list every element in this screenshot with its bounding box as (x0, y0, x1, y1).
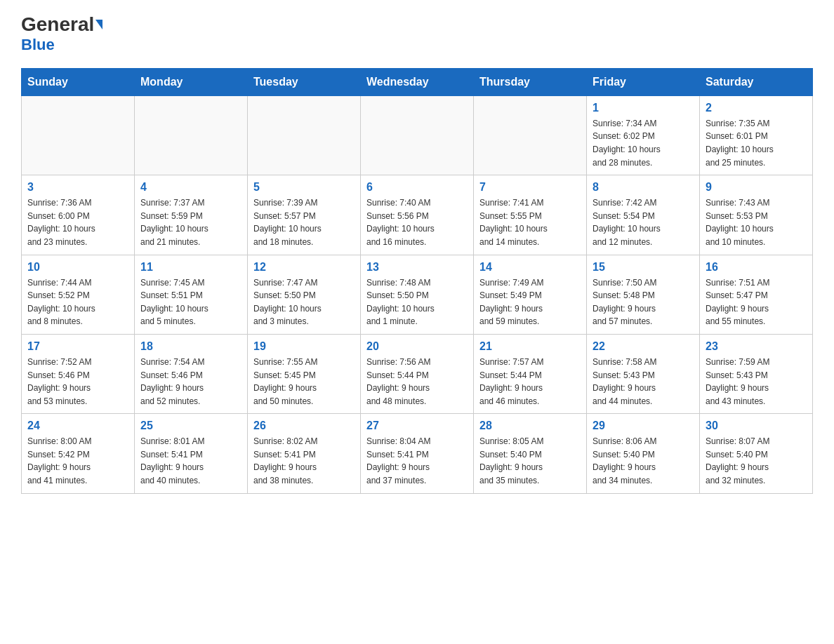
calendar-cell: 5Sunrise: 7:39 AMSunset: 5:57 PMDaylight… (248, 175, 361, 255)
day-number: 3 (27, 181, 128, 194)
day-info: Sunrise: 7:40 AMSunset: 5:56 PMDaylight:… (366, 196, 468, 248)
day-info: Sunrise: 7:36 AMSunset: 6:00 PMDaylight:… (27, 196, 128, 248)
day-number: 18 (140, 340, 241, 353)
day-number: 7 (479, 181, 581, 194)
day-info: Sunrise: 8:01 AMSunset: 5:41 PMDaylight:… (140, 435, 241, 487)
day-number: 6 (366, 181, 468, 194)
day-number: 5 (253, 181, 355, 194)
calendar-cell (22, 95, 135, 175)
day-number: 22 (593, 340, 694, 353)
calendar-cell: 12Sunrise: 7:47 AMSunset: 5:50 PMDayligh… (248, 255, 361, 334)
calendar-cell (361, 95, 474, 175)
logo-triangle-icon (95, 20, 102, 29)
day-info: Sunrise: 7:47 AMSunset: 5:50 PMDaylight:… (253, 276, 355, 328)
day-number: 2 (706, 102, 807, 114)
calendar-cell: 9Sunrise: 7:43 AMSunset: 5:53 PMDaylight… (700, 175, 813, 255)
calendar-cell: 10Sunrise: 7:44 AMSunset: 5:52 PMDayligh… (22, 255, 135, 334)
logo: General Blue (21, 14, 102, 54)
day-number: 26 (253, 420, 355, 432)
calendar-cell: 27Sunrise: 8:04 AMSunset: 5:41 PMDayligh… (361, 414, 474, 493)
day-number: 23 (706, 340, 807, 353)
day-info: Sunrise: 8:07 AMSunset: 5:40 PMDaylight:… (706, 435, 807, 487)
day-number: 9 (706, 181, 807, 194)
day-number: 20 (366, 340, 468, 353)
weekday-header-sunday: Sunday (22, 68, 135, 95)
calendar-cell (474, 95, 587, 175)
day-number: 19 (253, 340, 355, 353)
day-number: 16 (706, 261, 807, 274)
calendar-cell: 25Sunrise: 8:01 AMSunset: 5:41 PMDayligh… (135, 414, 248, 493)
day-info: Sunrise: 7:56 AMSunset: 5:44 PMDaylight:… (366, 356, 468, 408)
day-number: 17 (27, 340, 128, 353)
calendar-cell: 23Sunrise: 7:59 AMSunset: 5:43 PMDayligh… (700, 334, 813, 413)
calendar-cell: 6Sunrise: 7:40 AMSunset: 5:56 PMDaylight… (361, 175, 474, 255)
day-number: 21 (479, 340, 581, 353)
day-info: Sunrise: 7:39 AMSunset: 5:57 PMDaylight:… (253, 196, 355, 248)
week-row-0: 1Sunrise: 7:34 AMSunset: 6:02 PMDaylight… (22, 95, 813, 175)
calendar-cell: 22Sunrise: 7:58 AMSunset: 5:43 PMDayligh… (587, 334, 700, 413)
weekday-header-row: SundayMondayTuesdayWednesdayThursdayFrid… (22, 68, 813, 95)
day-number: 14 (479, 261, 581, 274)
day-info: Sunrise: 8:05 AMSunset: 5:40 PMDaylight:… (479, 435, 581, 487)
calendar-cell: 11Sunrise: 7:45 AMSunset: 5:51 PMDayligh… (135, 255, 248, 334)
day-info: Sunrise: 7:58 AMSunset: 5:43 PMDaylight:… (593, 356, 694, 408)
calendar-cell: 2Sunrise: 7:35 AMSunset: 6:01 PMDaylight… (700, 95, 813, 175)
calendar-cell: 18Sunrise: 7:54 AMSunset: 5:46 PMDayligh… (135, 334, 248, 413)
calendar-cell: 4Sunrise: 7:37 AMSunset: 5:59 PMDaylight… (135, 175, 248, 255)
day-number: 12 (253, 261, 355, 274)
day-number: 15 (593, 261, 694, 274)
weekday-header-wednesday: Wednesday (361, 68, 474, 95)
weekday-header-tuesday: Tuesday (248, 68, 361, 95)
week-row-3: 17Sunrise: 7:52 AMSunset: 5:46 PMDayligh… (22, 334, 813, 413)
calendar-cell: 3Sunrise: 7:36 AMSunset: 6:00 PMDaylight… (22, 175, 135, 255)
day-info: Sunrise: 8:00 AMSunset: 5:42 PMDaylight:… (27, 435, 128, 487)
day-number: 24 (27, 420, 128, 432)
day-number: 27 (366, 420, 468, 432)
day-info: Sunrise: 7:59 AMSunset: 5:43 PMDaylight:… (706, 356, 807, 408)
calendar-cell: 21Sunrise: 7:57 AMSunset: 5:44 PMDayligh… (474, 334, 587, 413)
calendar-table: SundayMondayTuesdayWednesdayThursdayFrid… (21, 68, 813, 494)
day-info: Sunrise: 8:06 AMSunset: 5:40 PMDaylight:… (593, 435, 694, 487)
calendar-cell: 15Sunrise: 7:50 AMSunset: 5:48 PMDayligh… (587, 255, 700, 334)
weekday-header-thursday: Thursday (474, 68, 587, 95)
day-info: Sunrise: 7:35 AMSunset: 6:01 PMDaylight:… (706, 117, 807, 169)
calendar-cell: 14Sunrise: 7:49 AMSunset: 5:49 PMDayligh… (474, 255, 587, 334)
day-info: Sunrise: 7:54 AMSunset: 5:46 PMDaylight:… (140, 356, 241, 408)
week-row-2: 10Sunrise: 7:44 AMSunset: 5:52 PMDayligh… (22, 255, 813, 334)
logo-blue: Blue (21, 36, 55, 53)
weekday-header-friday: Friday (587, 68, 700, 95)
calendar-cell (248, 95, 361, 175)
day-number: 4 (140, 181, 241, 194)
page-header: General Blue (21, 14, 813, 54)
day-info: Sunrise: 7:49 AMSunset: 5:49 PMDaylight:… (479, 276, 581, 328)
calendar-cell: 7Sunrise: 7:41 AMSunset: 5:55 PMDaylight… (474, 175, 587, 255)
day-number: 13 (366, 261, 468, 274)
day-info: Sunrise: 7:52 AMSunset: 5:46 PMDaylight:… (27, 356, 128, 408)
day-info: Sunrise: 7:37 AMSunset: 5:59 PMDaylight:… (140, 196, 241, 248)
day-info: Sunrise: 7:45 AMSunset: 5:51 PMDaylight:… (140, 276, 241, 328)
day-info: Sunrise: 8:04 AMSunset: 5:41 PMDaylight:… (366, 435, 468, 487)
calendar-cell: 20Sunrise: 7:56 AMSunset: 5:44 PMDayligh… (361, 334, 474, 413)
weekday-header-saturday: Saturday (700, 68, 813, 95)
day-info: Sunrise: 7:48 AMSunset: 5:50 PMDaylight:… (366, 276, 468, 328)
day-number: 1 (593, 102, 694, 114)
day-info: Sunrise: 7:51 AMSunset: 5:47 PMDaylight:… (706, 276, 807, 328)
day-info: Sunrise: 8:02 AMSunset: 5:41 PMDaylight:… (253, 435, 355, 487)
calendar-cell: 30Sunrise: 8:07 AMSunset: 5:40 PMDayligh… (700, 414, 813, 493)
day-number: 30 (706, 420, 807, 432)
week-row-4: 24Sunrise: 8:00 AMSunset: 5:42 PMDayligh… (22, 414, 813, 493)
day-number: 25 (140, 420, 241, 432)
day-info: Sunrise: 7:55 AMSunset: 5:45 PMDaylight:… (253, 356, 355, 408)
day-info: Sunrise: 7:43 AMSunset: 5:53 PMDaylight:… (706, 196, 807, 248)
day-info: Sunrise: 7:57 AMSunset: 5:44 PMDaylight:… (479, 356, 581, 408)
day-number: 28 (479, 420, 581, 432)
calendar-cell: 13Sunrise: 7:48 AMSunset: 5:50 PMDayligh… (361, 255, 474, 334)
day-info: Sunrise: 7:41 AMSunset: 5:55 PMDaylight:… (479, 196, 581, 248)
calendar-cell (135, 95, 248, 175)
calendar-cell: 16Sunrise: 7:51 AMSunset: 5:47 PMDayligh… (700, 255, 813, 334)
day-number: 11 (140, 261, 241, 274)
day-info: Sunrise: 7:44 AMSunset: 5:52 PMDaylight:… (27, 276, 128, 328)
calendar-cell: 24Sunrise: 8:00 AMSunset: 5:42 PMDayligh… (22, 414, 135, 493)
calendar-cell: 17Sunrise: 7:52 AMSunset: 5:46 PMDayligh… (22, 334, 135, 413)
day-info: Sunrise: 7:42 AMSunset: 5:54 PMDaylight:… (593, 196, 694, 248)
